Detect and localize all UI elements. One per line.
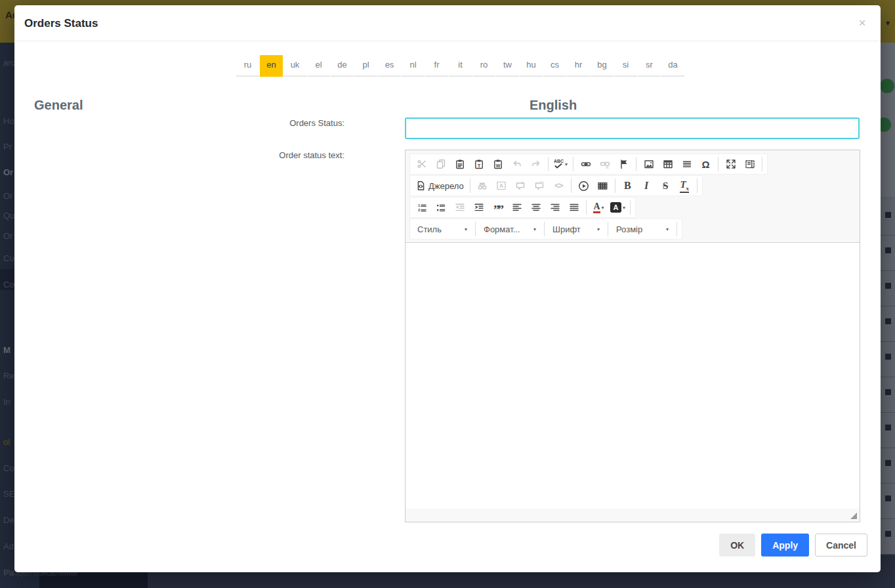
decrease-indent-icon[interactable]: [450, 199, 469, 217]
apply-button[interactable]: Apply: [761, 534, 809, 556]
justify-icon[interactable]: [564, 199, 583, 217]
redo-icon[interactable]: [526, 156, 545, 173]
source-button[interactable]: Джерело: [412, 177, 467, 195]
svg-text:1: 1: [418, 203, 421, 207]
align-center-icon[interactable]: [526, 199, 545, 217]
italic-icon[interactable]: I: [637, 177, 656, 195]
editor-status-bar: [406, 509, 860, 522]
dialog-title: Orders Status: [24, 5, 98, 41]
tab-bg[interactable]: bg: [591, 55, 614, 77]
unlink-icon[interactable]: [595, 156, 614, 173]
format-dropdown[interactable]: Формат...▾: [478, 220, 541, 238]
dialog-footer: OK Apply Cancel: [719, 534, 867, 556]
inline-code-icon[interactable]: <>: [549, 177, 568, 195]
media-embed-icon[interactable]: [574, 177, 593, 195]
language-tabs: ru en uk el de pl es nl fr it ro tw hu c…: [236, 55, 685, 77]
tab-ro[interactable]: ro: [472, 55, 495, 77]
orders-status-input[interactable]: [405, 117, 860, 139]
strikethrough-icon[interactable]: S: [656, 177, 675, 195]
copy-icon[interactable]: [431, 156, 450, 173]
text-color-icon[interactable]: A▾: [589, 199, 608, 217]
toolbar-row-3: 12 ”” A▾ A▾: [409, 197, 636, 218]
tab-nl[interactable]: nl: [402, 55, 425, 77]
tab-hr[interactable]: hr: [567, 55, 590, 77]
tab-sr[interactable]: sr: [638, 55, 661, 77]
tab-fr[interactable]: fr: [425, 55, 448, 77]
ok-button[interactable]: OK: [719, 534, 755, 556]
remove-format-icon[interactable]: Tx: [675, 177, 694, 195]
table-icon[interactable]: [658, 156, 677, 173]
tab-da[interactable]: da: [661, 55, 684, 77]
tab-tw[interactable]: tw: [496, 55, 519, 77]
find-icon[interactable]: [473, 177, 492, 195]
svg-text:T: T: [477, 163, 480, 169]
increase-indent-icon[interactable]: [469, 199, 488, 217]
tab-es[interactable]: es: [378, 55, 401, 77]
svg-text:A: A: [499, 182, 503, 189]
special-character-icon[interactable]: Ω: [696, 156, 715, 173]
anchor-flag-icon[interactable]: [614, 156, 633, 173]
link-icon[interactable]: [576, 156, 595, 173]
order-status-text-label: Order status text:: [148, 150, 344, 160]
bubble-remove-icon[interactable]: [530, 177, 549, 195]
image-icon[interactable]: [639, 156, 658, 173]
toolbar-row-4: Стиль▾ Формат...▾ Шрифт▾ Розмір▾: [409, 219, 682, 240]
dialog-header: Orders Status ×: [14, 5, 881, 41]
font-dropdown[interactable]: Шрифт▾: [547, 220, 605, 238]
tab-si[interactable]: si: [614, 55, 637, 77]
undo-icon[interactable]: [507, 156, 526, 173]
tab-pl[interactable]: pl: [354, 55, 377, 77]
svg-text:W: W: [495, 163, 500, 168]
bubble-add-icon[interactable]: [511, 177, 530, 195]
toolbar-row-1: T W ABC▾ Ω: [409, 154, 768, 175]
maximize-icon[interactable]: [721, 156, 740, 173]
bulleted-list-icon[interactable]: [431, 199, 450, 217]
orders-status-dialog: Orders Status × ru en uk el de pl es nl …: [14, 5, 881, 572]
horizontal-line-icon[interactable]: [677, 156, 696, 173]
size-dropdown[interactable]: Розмір▾: [611, 220, 674, 238]
close-icon[interactable]: ×: [854, 15, 870, 31]
blockquote-icon[interactable]: ””: [488, 199, 507, 217]
tab-en[interactable]: en: [260, 55, 283, 77]
blocks-grid-icon[interactable]: [593, 177, 612, 195]
editor-content-area[interactable]: [406, 242, 860, 509]
editor-toolbar: T W ABC▾ Ω: [406, 150, 860, 242]
section-heading-language: English: [530, 98, 577, 113]
rich-text-editor: T W ABC▾ Ω: [405, 150, 860, 522]
spellcheck-icon[interactable]: ABC▾: [551, 156, 570, 173]
paste-icon[interactable]: [450, 156, 469, 173]
section-heading-general: General: [34, 98, 83, 113]
align-right-icon[interactable]: [545, 199, 564, 217]
tab-de[interactable]: de: [331, 55, 354, 77]
tab-el[interactable]: el: [307, 55, 330, 77]
bold-icon[interactable]: B: [618, 177, 637, 195]
orders-status-label: Orders Status:: [148, 118, 344, 128]
background-color-icon[interactable]: A▾: [608, 199, 627, 217]
tab-ru[interactable]: ru: [236, 55, 259, 77]
paste-as-text-icon[interactable]: T: [469, 156, 488, 173]
style-dropdown[interactable]: Стиль▾: [412, 220, 472, 238]
align-left-icon[interactable]: [507, 199, 526, 217]
tab-uk[interactable]: uk: [283, 55, 306, 77]
paste-from-word-icon[interactable]: W: [488, 156, 507, 173]
tab-it[interactable]: it: [449, 55, 472, 77]
tab-hu[interactable]: hu: [520, 55, 543, 77]
resize-grip[interactable]: [850, 513, 857, 519]
svg-text:2: 2: [418, 208, 420, 212]
tab-cs[interactable]: cs: [543, 55, 566, 77]
cancel-button[interactable]: Cancel: [815, 534, 867, 556]
replace-icon[interactable]: A: [492, 177, 511, 195]
cut-icon[interactable]: [412, 156, 431, 173]
show-blocks-icon[interactable]: [740, 156, 759, 173]
numbered-list-icon[interactable]: 12: [412, 199, 431, 217]
toolbar-row-2: Джерело A <> B I S Tx: [409, 175, 703, 196]
